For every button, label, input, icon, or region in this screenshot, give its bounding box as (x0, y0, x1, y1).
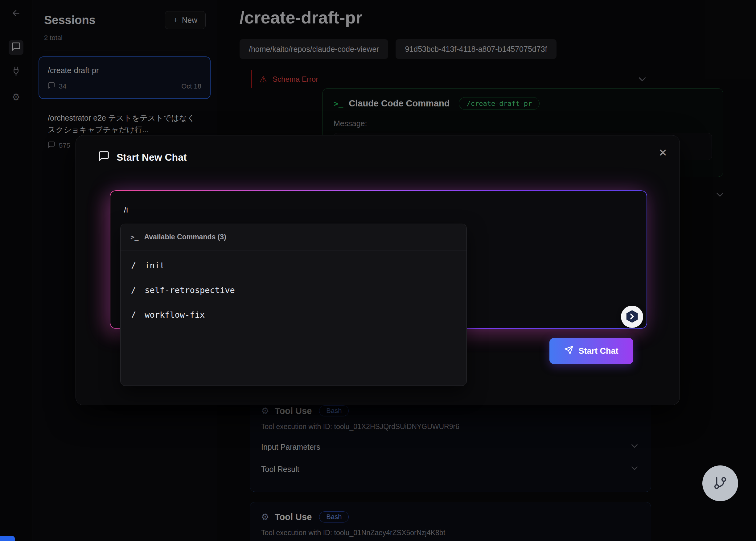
hexagon-action-button[interactable] (621, 306, 643, 328)
git-branch-icon (713, 476, 727, 491)
command-item-workflow-fix[interactable]: / workflow-fix (121, 302, 467, 327)
command-item-init[interactable]: / init (121, 253, 467, 277)
start-chat-label: Start Chat (578, 346, 618, 356)
command-prefix: / (131, 285, 136, 295)
command-item-self-retrospective[interactable]: / self-retrospective (121, 277, 467, 302)
command-name: workflow-fix (145, 310, 205, 319)
command-name: self-retrospective (145, 285, 235, 295)
command-name: init (145, 261, 165, 270)
command-prefix: / (131, 310, 136, 319)
command-suggestions-dropdown: >_ Available Commands (3) / init / self-… (120, 224, 467, 386)
commands-header: Available Commands (3) (144, 233, 226, 241)
app-root: ⚙ Sessions + New 2 total /create-draft-p… (0, 0, 756, 541)
close-icon: ✕ (658, 147, 667, 159)
terminal-prompt-icon: >_ (131, 233, 139, 241)
chat-bubble-icon (98, 150, 110, 164)
corner-toast-fragment (0, 536, 15, 541)
command-prefix: / (131, 261, 136, 270)
send-icon (564, 345, 573, 357)
start-new-chat-dialog: Start New Chat ✕ /i >_ Available Command… (76, 135, 680, 405)
hexagon-arrow-icon (625, 309, 639, 324)
start-chat-button[interactable]: Start Chat (550, 338, 633, 364)
dev-tools-fab[interactable] (702, 465, 738, 501)
close-button[interactable]: ✕ (655, 145, 671, 161)
modal-title: Start New Chat (117, 152, 187, 163)
